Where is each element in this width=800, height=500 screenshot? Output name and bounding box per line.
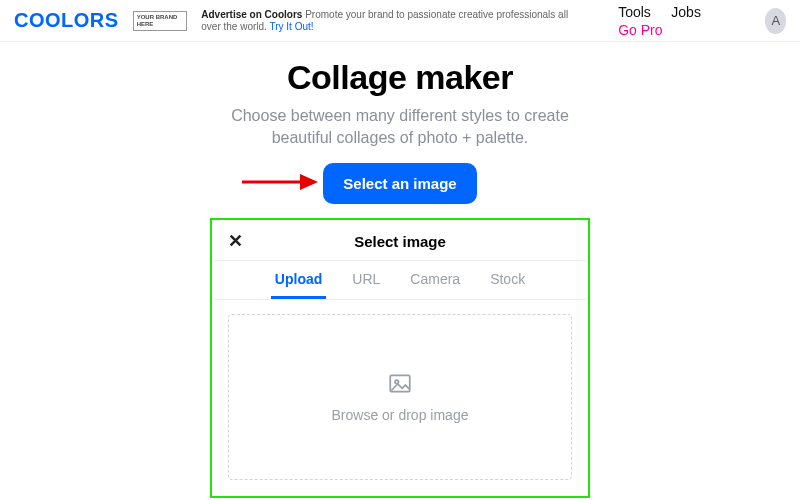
nav-go-pro[interactable]: Go Pro	[618, 22, 662, 38]
annotation-arrow	[240, 171, 318, 193]
close-icon[interactable]: ✕	[220, 230, 250, 252]
tab-camera[interactable]: Camera	[406, 271, 464, 299]
nav-tools[interactable]: Tools	[618, 4, 651, 20]
logo[interactable]: coolors	[14, 9, 119, 32]
ad-brand-placeholder: YOUR BRAND HERE	[133, 11, 188, 31]
topbar: coolors YOUR BRAND HERE Advertise on Coo…	[0, 0, 800, 42]
tab-upload[interactable]: Upload	[271, 271, 326, 299]
ad-block[interactable]: Advertise on Coolors Promote your brand …	[201, 9, 582, 33]
avatar[interactable]: A	[765, 8, 786, 34]
modal-title: Select image	[250, 233, 550, 250]
page-title: Collage maker	[20, 58, 780, 97]
modal-tabs: Upload URL Camera Stock	[214, 260, 586, 299]
image-icon	[387, 371, 413, 397]
dropzone[interactable]: Browse or drop image	[228, 314, 572, 480]
ad-link[interactable]: Try It Out!	[269, 21, 313, 32]
tab-url[interactable]: URL	[348, 271, 384, 299]
svg-marker-1	[300, 174, 318, 190]
tab-stock[interactable]: Stock	[486, 271, 529, 299]
ad-title: Advertise on Coolors	[201, 9, 302, 20]
dropzone-label: Browse or drop image	[332, 407, 469, 423]
nav-jobs[interactable]: Jobs	[671, 4, 701, 20]
hero: Collage maker Choose between many differ…	[0, 42, 800, 204]
page-subtitle: Choose between many different styles to …	[20, 105, 780, 149]
select-image-button[interactable]: Select an image	[323, 163, 476, 204]
nav: Tools Jobs Go Pro	[610, 3, 739, 39]
annotation-highlight-box: ✕ Select image Upload URL Camera Stock B…	[210, 218, 590, 498]
select-image-modal: ✕ Select image Upload URL Camera Stock B…	[214, 222, 586, 480]
